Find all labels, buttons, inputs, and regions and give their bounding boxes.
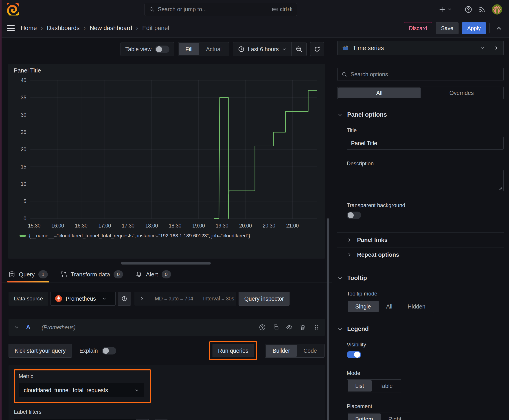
scrollbar-vertical[interactable] <box>327 218 329 420</box>
chevron-right-icon <box>347 252 352 257</box>
chevron-right-icon[interactable] <box>139 296 145 301</box>
run-queries-highlight: Run queries <box>209 341 258 360</box>
select-label-dropdown[interactable]: Select label <box>14 419 66 420</box>
svg-text:30: 30 <box>21 112 26 118</box>
options-search-input[interactable]: Search options <box>337 68 504 81</box>
actual-option[interactable]: Actual <box>199 43 228 55</box>
time-range-button[interactable]: Last 6 hours <box>233 46 291 52</box>
duplicate-query-icon[interactable] <box>273 324 279 331</box>
panel-links-row[interactable]: Panel links <box>337 232 504 247</box>
panel-title-input[interactable] <box>347 137 504 150</box>
global-search-input[interactable]: Search or jump to... ctrl+k <box>144 3 297 16</box>
transparent-bg-toggle[interactable] <box>347 211 361 219</box>
svg-text:0: 0 <box>23 216 26 221</box>
tab-all[interactable]: All <box>338 88 421 98</box>
time-series-chart[interactable]: 051015202530354015:3016:0016:3017:0017:3… <box>13 75 320 232</box>
drag-handle-icon[interactable] <box>313 324 319 331</box>
builder-option[interactable]: Builder <box>266 345 297 357</box>
alert-count-badge: 0 <box>162 270 171 278</box>
explain-label: Explain <box>79 347 98 354</box>
legend-header[interactable]: Legend <box>337 326 504 332</box>
legend-visibility-toggle[interactable] <box>347 351 361 358</box>
apply-button[interactable]: Apply <box>462 22 486 34</box>
new-dashboard-button[interactable] <box>439 6 452 13</box>
breadcrumb-bar: Home › Dashboards › New dashboard › Edit… <box>0 19 509 38</box>
label-filter-row: Select label = Select value <box>14 419 319 420</box>
panel-resize-handle[interactable] <box>121 262 211 264</box>
chevron-up-icon[interactable] <box>495 25 502 32</box>
collapsed-option-groups: Panel links Repeat options <box>337 232 504 262</box>
panel-description-textarea[interactable] <box>347 170 504 191</box>
interval-stat: Interval = 30s <box>203 296 234 302</box>
query-row-header[interactable]: A (Prometheus) <box>8 319 325 336</box>
remove-filter-button[interactable] <box>136 419 149 420</box>
grafana-logo[interactable] <box>7 3 20 15</box>
metric-select[interactable]: cloudflared_tunnel_total_requests <box>19 383 144 397</box>
main-area: Table view Fill Actual Last 6 hours <box>0 38 509 420</box>
legend-placement-bottom[interactable]: Bottom <box>348 413 381 420</box>
help-button[interactable] <box>464 6 472 13</box>
svg-text:20:00: 20:00 <box>239 223 252 229</box>
breadcrumb-home[interactable]: Home <box>21 25 37 32</box>
chevron-down-icon <box>282 47 286 51</box>
legend-mode-table[interactable]: Table <box>372 380 400 391</box>
legend-placement-right[interactable]: Right <box>381 413 409 420</box>
tooltip-header[interactable]: Tooltip <box>337 275 504 282</box>
breadcrumb-dashboards[interactable]: Dashboards <box>47 25 80 32</box>
svg-text:16:00: 16:00 <box>51 223 64 229</box>
code-option[interactable]: Code <box>297 345 324 357</box>
save-button[interactable]: Save <box>436 22 458 34</box>
tab-alert[interactable]: Alert 0 <box>136 270 171 283</box>
tooltip-single-option[interactable]: Single <box>348 301 379 312</box>
max-data-points-stat: MD = auto = 704 <box>155 296 193 302</box>
svg-text:40: 40 <box>21 77 26 83</box>
tooltip-all-option[interactable]: All <box>379 301 400 312</box>
datasource-help-button[interactable] <box>118 292 131 306</box>
query-inspector-button[interactable]: Query inspector <box>239 292 289 306</box>
legend-mode-list[interactable]: List <box>348 380 372 391</box>
viz-suggestions-button[interactable] <box>489 41 504 55</box>
svg-text:5: 5 <box>23 198 26 204</box>
visualization-picker[interactable]: Time series <box>337 41 489 55</box>
series-color-pill <box>20 235 26 237</box>
datasource-picker[interactable]: Prometheus <box>51 292 116 306</box>
tab-overrides[interactable]: Overrides <box>421 88 503 98</box>
select-value-dropdown[interactable]: Select value <box>84 419 136 420</box>
user-avatar[interactable] <box>492 4 502 15</box>
chevron-down-icon <box>102 296 106 301</box>
tab-transform-data[interactable]: Transform data 0 <box>60 270 123 283</box>
chevron-down-icon <box>135 388 139 392</box>
news-rss-button[interactable] <box>479 6 486 13</box>
chevron-down-icon[interactable] <box>14 325 19 330</box>
delete-query-icon[interactable] <box>299 324 306 331</box>
plus-icon <box>439 6 446 13</box>
database-icon <box>8 271 15 278</box>
add-filter-button[interactable] <box>155 419 167 420</box>
svg-text:19:00: 19:00 <box>192 223 205 229</box>
resize-handle-icon[interactable] <box>497 185 502 190</box>
kick-start-query-button[interactable]: Kick start your query <box>8 344 72 358</box>
panel-options-header[interactable]: Panel options <box>337 111 504 118</box>
run-queries-button[interactable]: Run queries <box>213 344 254 357</box>
explain-toggle[interactable] <box>102 347 116 354</box>
zoom-out-button[interactable] <box>291 42 306 56</box>
refresh-button[interactable] <box>310 42 324 56</box>
table-view-toggle[interactable] <box>155 45 169 53</box>
discard-button[interactable]: Discard <box>404 22 432 34</box>
tab-query[interactable]: Query 1 <box>8 270 48 283</box>
menu-toggle-button[interactable] <box>7 25 15 31</box>
operator-dropdown[interactable]: = <box>66 419 84 420</box>
top-nav-bar: Search or jump to... ctrl+k <box>0 0 509 19</box>
toggle-visibility-icon[interactable] <box>286 324 293 331</box>
chart-legend[interactable]: {__name__="cloudflared_tunnel_total_requ… <box>13 233 320 239</box>
tooltip-hidden-option[interactable]: Hidden <box>400 301 433 312</box>
fill-option[interactable]: Fill <box>179 43 199 55</box>
query-help-icon[interactable] <box>259 324 266 331</box>
legend-placement-switch: Bottom Right <box>347 412 410 420</box>
left-edge-strip <box>0 0 1 420</box>
breadcrumb-new-dashboard[interactable]: New dashboard <box>90 25 132 32</box>
repeat-options-row[interactable]: Repeat options <box>337 247 504 262</box>
explain-control: Explain <box>79 347 116 354</box>
svg-text:25: 25 <box>21 129 26 135</box>
table-view-label: Table view <box>125 46 152 52</box>
